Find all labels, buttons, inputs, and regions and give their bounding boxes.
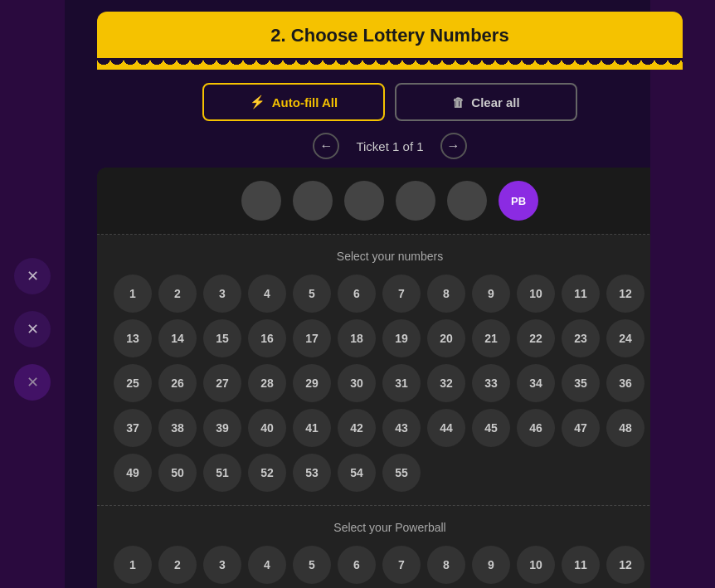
- main-number-19[interactable]: 19: [382, 319, 421, 357]
- selected-ball-5: [447, 181, 487, 221]
- main-number-8[interactable]: 8: [427, 275, 465, 313]
- main-numbers-grid: 1234567891011121314151617181920212223242…: [114, 275, 666, 492]
- main-number-32[interactable]: 32: [427, 364, 465, 402]
- selected-balls-row: PB: [97, 168, 683, 235]
- pb-number-8[interactable]: 8: [427, 546, 465, 584]
- main-number-39[interactable]: 39: [203, 409, 241, 447]
- main-number-15[interactable]: 15: [203, 319, 241, 357]
- main-number-13[interactable]: 13: [114, 319, 152, 357]
- main-number-43[interactable]: 43: [382, 409, 421, 447]
- lightning-icon: ⚡: [250, 95, 265, 109]
- side-icon-1: ✕: [14, 258, 51, 294]
- main-number-14[interactable]: 14: [158, 319, 197, 357]
- main-number-41[interactable]: 41: [293, 409, 331, 447]
- pb-number-10[interactable]: 10: [517, 546, 555, 584]
- main-number-54[interactable]: 54: [338, 454, 376, 492]
- side-panel-right: [650, 0, 715, 588]
- pb-number-6[interactable]: 6: [338, 546, 376, 584]
- main-number-55[interactable]: 55: [382, 454, 421, 492]
- main-section-label: Select your numbers: [114, 250, 666, 263]
- pb-number-2[interactable]: 2: [158, 546, 197, 584]
- main-number-49[interactable]: 49: [114, 454, 152, 492]
- main-number-18[interactable]: 18: [338, 319, 376, 357]
- main-number-1[interactable]: 1: [114, 275, 152, 313]
- main-number-23[interactable]: 23: [562, 319, 600, 357]
- main-number-20[interactable]: 20: [427, 319, 465, 357]
- pb-number-1[interactable]: 1: [114, 546, 152, 584]
- trash-icon: 🗑: [452, 95, 465, 109]
- side-icon-3: ✕: [14, 364, 51, 401]
- pb-number-3[interactable]: 3: [203, 546, 241, 584]
- main-number-28[interactable]: 28: [248, 364, 286, 402]
- clear-all-label: Clear all: [471, 95, 519, 109]
- main-number-42[interactable]: 42: [338, 409, 376, 447]
- main-number-35[interactable]: 35: [562, 364, 600, 402]
- side-panel-left: ✕ ✕ ✕: [0, 0, 65, 588]
- main-number-3[interactable]: 3: [203, 275, 241, 313]
- main-number-47[interactable]: 47: [562, 409, 600, 447]
- main-number-22[interactable]: 22: [517, 319, 555, 357]
- main-number-30[interactable]: 30: [338, 364, 376, 402]
- pb-number-5[interactable]: 5: [293, 546, 331, 584]
- main-number-9[interactable]: 9: [472, 275, 510, 313]
- main-number-37[interactable]: 37: [114, 409, 152, 447]
- main-number-44[interactable]: 44: [427, 409, 465, 447]
- main-container: 2. Choose Lottery Numbers ⚡ Auto-fill Al…: [97, 12, 683, 588]
- selected-ball-4: [396, 181, 435, 221]
- main-number-26[interactable]: 26: [158, 364, 197, 402]
- arrow-right-icon: →: [447, 138, 460, 153]
- main-number-29[interactable]: 29: [293, 364, 331, 402]
- main-number-16[interactable]: 16: [248, 319, 286, 357]
- page-wrapper: ✕ ✕ ✕ 2. Choose Lottery Numbers ⚡ Auto-f…: [0, 0, 715, 588]
- main-number-50[interactable]: 50: [158, 454, 197, 492]
- main-number-5[interactable]: 5: [293, 275, 331, 313]
- main-number-40[interactable]: 40: [248, 409, 286, 447]
- next-ticket-button[interactable]: →: [440, 133, 467, 159]
- main-number-21[interactable]: 21: [472, 319, 510, 357]
- powerball-section: Select your Powerball 123456789101112131…: [97, 505, 683, 588]
- main-number-17[interactable]: 17: [293, 319, 331, 357]
- pb-number-9[interactable]: 9: [472, 546, 510, 584]
- main-number-48[interactable]: 48: [606, 409, 644, 447]
- main-number-24[interactable]: 24: [606, 319, 644, 357]
- ticket-card: PB Select your numbers 12345678910111213…: [97, 168, 683, 588]
- side-icon-2: ✕: [14, 311, 51, 347]
- buttons-row: ⚡ Auto-fill All 🗑 Clear all: [97, 83, 683, 121]
- main-number-45[interactable]: 45: [472, 409, 510, 447]
- main-number-2[interactable]: 2: [158, 275, 197, 313]
- main-number-52[interactable]: 52: [248, 454, 286, 492]
- clear-all-button[interactable]: 🗑 Clear all: [395, 83, 577, 121]
- autofill-button[interactable]: ⚡ Auto-fill All: [202, 83, 385, 121]
- main-number-6[interactable]: 6: [338, 275, 376, 313]
- selected-ball-3: [344, 181, 384, 221]
- main-number-11[interactable]: 11: [562, 275, 600, 313]
- pb-number-4[interactable]: 4: [248, 546, 286, 584]
- main-number-25[interactable]: 25: [114, 364, 152, 402]
- powerball-section-label: Select your Powerball: [114, 521, 666, 534]
- main-number-34[interactable]: 34: [517, 364, 555, 402]
- main-number-33[interactable]: 33: [472, 364, 510, 402]
- pb-number-12[interactable]: 12: [606, 546, 644, 584]
- main-number-53[interactable]: 53: [293, 454, 331, 492]
- powerball-numbers-grid: 123456789101112131415161718: [114, 546, 666, 588]
- main-number-7[interactable]: 7: [382, 275, 421, 313]
- main-number-4[interactable]: 4: [248, 275, 286, 313]
- main-number-27[interactable]: 27: [203, 364, 241, 402]
- selected-ball-2: [293, 181, 333, 221]
- autofill-label: Auto-fill All: [272, 95, 338, 109]
- main-numbers-section: Select your numbers 12345678910111213141…: [97, 235, 683, 505]
- pb-number-7[interactable]: 7: [382, 546, 421, 584]
- ticket-nav: ← Ticket 1 of 1 →: [97, 133, 683, 159]
- main-number-10[interactable]: 10: [517, 275, 555, 313]
- main-number-12[interactable]: 12: [606, 275, 644, 313]
- header-bar: 2. Choose Lottery Numbers: [97, 12, 683, 60]
- main-number-51[interactable]: 51: [203, 454, 241, 492]
- page-title: 2. Choose Lottery Numbers: [270, 25, 508, 46]
- prev-ticket-button[interactable]: ←: [313, 133, 339, 159]
- main-number-46[interactable]: 46: [517, 409, 555, 447]
- pb-number-11[interactable]: 11: [562, 546, 600, 584]
- main-number-38[interactable]: 38: [158, 409, 197, 447]
- main-number-36[interactable]: 36: [606, 364, 644, 402]
- main-number-31[interactable]: 31: [382, 364, 421, 402]
- ticket-label: Ticket 1 of 1: [356, 139, 423, 153]
